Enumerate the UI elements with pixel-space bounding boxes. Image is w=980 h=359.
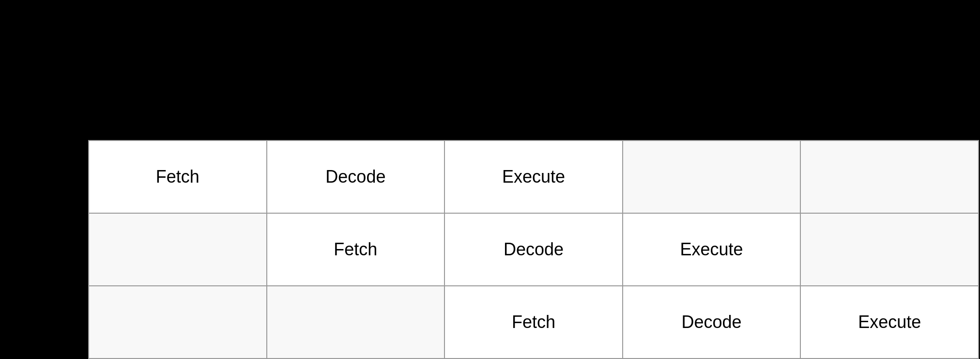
table-row: FetchDecodeExecute — [89, 140, 979, 213]
stage-label: Execute — [502, 167, 565, 187]
empty-cell — [89, 286, 267, 359]
empty-cell — [800, 213, 979, 286]
pipeline-stage-cell: Decode — [267, 140, 445, 213]
pipeline-stage-cell: Fetch — [89, 140, 267, 213]
stage-label: Execute — [858, 312, 921, 332]
pipeline-table: FetchDecodeExecuteFetchDecodeExecuteFetc… — [88, 140, 979, 359]
main-container: FetchDecodeExecuteFetchDecodeExecuteFetc… — [0, 0, 980, 359]
pipeline-stage-cell: Fetch — [267, 213, 445, 286]
pipeline-stage-cell: Decode — [623, 286, 801, 359]
stage-label: Fetch — [156, 167, 199, 187]
stage-label: Fetch — [512, 312, 555, 332]
empty-cell — [800, 140, 979, 213]
pipeline-stage-cell: Fetch — [444, 286, 623, 359]
empty-cell — [623, 140, 801, 213]
stage-label: Decode — [682, 312, 742, 332]
pipeline-stage-cell: Execute — [623, 213, 801, 286]
stage-label: Execute — [680, 239, 743, 259]
pipeline-stage-cell: Execute — [444, 140, 623, 213]
pipeline-stage-cell: Decode — [444, 213, 623, 286]
pipeline-stage-cell: Execute — [800, 286, 979, 359]
empty-cell — [267, 286, 445, 359]
stage-label: Decode — [504, 239, 564, 259]
stage-label: Fetch — [334, 239, 377, 259]
empty-cell — [89, 213, 267, 286]
table-row: FetchDecodeExecute — [89, 213, 979, 286]
stage-label: Decode — [325, 167, 385, 187]
table-row: FetchDecodeExecute — [89, 286, 979, 359]
